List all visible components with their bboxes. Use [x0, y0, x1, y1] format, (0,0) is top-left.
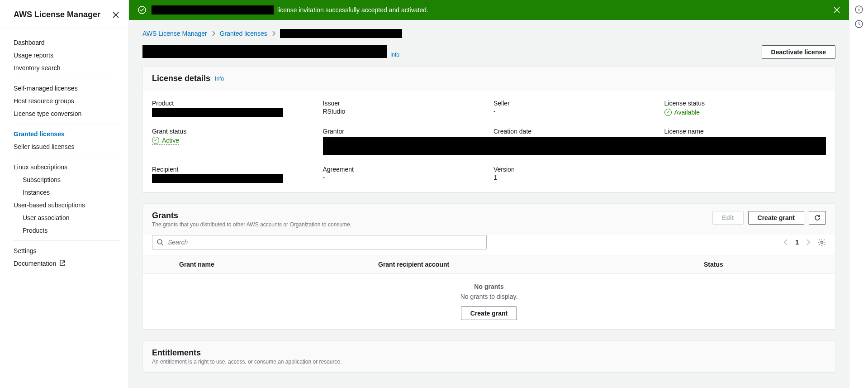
value-version: 1	[493, 174, 655, 181]
label-version: Version	[493, 166, 655, 173]
sidebar-header: AWS License Manager	[0, 0, 128, 28]
nav-license-type-conversion[interactable]: License type conversion	[14, 107, 119, 120]
check-circle-icon: ✓	[664, 109, 672, 116]
nav-documentation[interactable]: Documentation	[14, 257, 119, 270]
nav-dashboard[interactable]: Dashboard	[14, 36, 119, 49]
empty-subtitle: No grants to display.	[152, 293, 826, 300]
chevron-right-icon	[272, 31, 275, 36]
value-grantor-row-redacted	[323, 137, 826, 155]
label-recipient: Recipient	[152, 166, 314, 173]
nav-settings[interactable]: Settings	[14, 244, 119, 257]
value-product-redacted	[152, 108, 283, 117]
settings-icon[interactable]	[818, 238, 826, 246]
empty-title: No grants	[152, 283, 826, 290]
breadcrumb-current-redacted	[280, 29, 402, 38]
create-grant-button[interactable]: Create grant	[748, 211, 804, 225]
success-flash: license invitation successfully accepted…	[129, 0, 849, 20]
nav-host-resource-groups[interactable]: Host resource groups	[14, 95, 119, 107]
value-grant-status: ✓ Active	[152, 136, 314, 145]
nav-documentation-label: Documentation	[14, 260, 56, 267]
grants-panel: Grants The grants that you distributed t…	[142, 203, 835, 330]
value-agreement: -	[323, 174, 485, 181]
value-seller: -	[493, 108, 655, 115]
success-icon	[138, 6, 146, 14]
grants-table-header: Grant name Grant recipient account Statu…	[143, 255, 835, 274]
page-info-link[interactable]: Info	[390, 52, 399, 58]
info-icon[interactable]	[855, 5, 863, 14]
nav-usage-reports[interactable]: Usage reports	[14, 49, 119, 62]
grants-subtitle: The grants that you distributed to other…	[152, 221, 351, 228]
pagination: 1	[783, 238, 826, 246]
label-license-name: License name	[664, 128, 826, 135]
grants-empty-state: No grants No grants to display. Create g…	[143, 274, 835, 329]
svg-point-2	[821, 241, 823, 244]
nav: Dashboard Usage reports Inventory search…	[0, 28, 128, 278]
nav-subscriptions[interactable]: Subscriptions	[23, 173, 119, 186]
close-sidebar-icon[interactable]	[112, 11, 119, 19]
breadcrumb: AWS License Manager Granted licenses	[142, 29, 835, 38]
grants-search-input[interactable]	[152, 235, 487, 249]
nav-products[interactable]: Products	[23, 224, 119, 237]
nav-self-managed[interactable]: Self-managed licenses	[14, 82, 119, 95]
page-prev-icon[interactable]	[783, 239, 788, 245]
license-details-title: License details	[152, 74, 210, 83]
entitlements-panel: Entitlements An entitlement is a right t…	[142, 340, 835, 373]
search-icon	[157, 239, 164, 246]
right-rail	[849, 0, 868, 388]
nav-user-association[interactable]: User association	[23, 211, 119, 224]
edit-grant-button[interactable]: Edit	[712, 211, 743, 225]
label-creation-date: Creation date	[493, 128, 655, 135]
page-title-redacted	[142, 45, 387, 58]
label-grant-status: Grant status	[152, 128, 314, 135]
nav-inventory-search[interactable]: Inventory search	[14, 62, 119, 74]
chevron-right-icon	[212, 31, 215, 36]
flash-message: license invitation successfully accepted…	[277, 6, 428, 14]
flash-close-icon[interactable]	[834, 7, 840, 13]
col-grant-recipient: Grant recipient account	[378, 261, 704, 268]
empty-create-grant-button[interactable]: Create grant	[461, 307, 517, 320]
external-link-icon	[60, 260, 65, 266]
details-info-link[interactable]: Info	[215, 76, 224, 82]
label-agreement: Agreement	[323, 166, 485, 173]
deactivate-license-button[interactable]: Deactivate license	[762, 45, 835, 59]
flash-redacted	[152, 5, 274, 14]
label-grantor: Grantor	[323, 128, 485, 135]
breadcrumb-parent[interactable]: Granted licenses	[220, 30, 267, 37]
breadcrumb-root[interactable]: AWS License Manager	[142, 30, 207, 37]
value-issuer: RStudio	[323, 108, 485, 115]
sidebar: AWS License Manager Dashboard Usage repo…	[0, 0, 129, 388]
nav-granted-licenses[interactable]: Granted licenses	[14, 128, 119, 140]
nav-linux-subscriptions[interactable]: Linux subscriptions	[14, 161, 119, 173]
col-grant-name: Grant name	[179, 261, 378, 268]
entitlements-subtitle: An entitlement is a right to use, access…	[152, 359, 826, 365]
content: AWS License Manager Granted licenses Inf…	[129, 20, 849, 388]
nav-instances[interactable]: Instances	[23, 186, 119, 199]
entitlements-title: Entitlements	[152, 348, 826, 358]
grants-search	[152, 235, 487, 249]
label-product: Product	[152, 100, 314, 107]
svg-point-4	[859, 8, 859, 9]
page-next-icon[interactable]	[806, 239, 811, 245]
grants-title: Grants	[152, 211, 351, 220]
nav-user-based[interactable]: User-based subscriptions	[14, 199, 119, 211]
svg-point-1	[157, 240, 162, 244]
value-license-status: ✓ Available	[664, 109, 700, 116]
sidebar-title: AWS License Manager	[14, 10, 100, 19]
license-details-panel: License details Info Product Issuer RStu…	[142, 66, 835, 192]
check-circle-icon: ✓	[152, 137, 159, 144]
value-recipient-redacted	[152, 174, 283, 183]
label-license-status: License status	[664, 100, 826, 107]
clock-icon[interactable]	[855, 20, 863, 28]
main: license invitation successfully accepted…	[129, 0, 849, 388]
label-issuer: Issuer	[323, 100, 485, 107]
col-grant-status: Status	[704, 261, 826, 268]
page-header: Info Deactivate license	[142, 45, 835, 59]
page-number: 1	[795, 239, 799, 246]
nav-seller-issued[interactable]: Seller issued licenses	[14, 140, 119, 153]
refresh-button[interactable]	[809, 211, 826, 225]
label-seller: Seller	[493, 100, 655, 107]
